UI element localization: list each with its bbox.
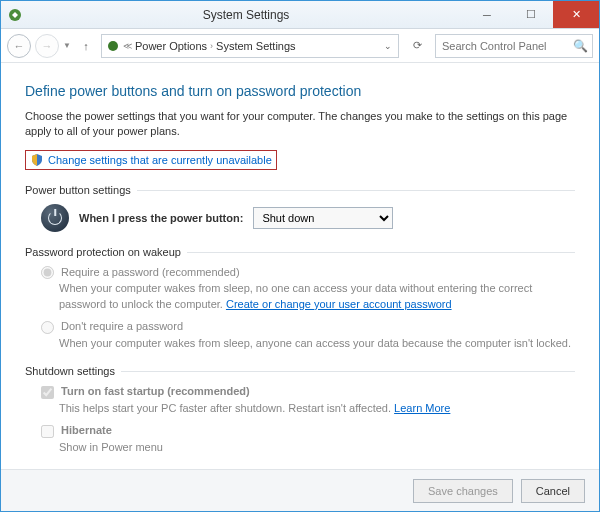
fast-startup-label: Turn on fast startup (recommended) — [61, 385, 250, 397]
fast-startup-checkbox — [41, 386, 54, 399]
require-password-desc: When your computer wakes from sleep, no … — [59, 281, 575, 312]
chevron-icon: › — [210, 41, 213, 51]
footer: Save changes Cancel — [1, 469, 599, 511]
hibernate-checkbox — [41, 425, 54, 438]
refresh-button[interactable]: ⟳ — [405, 34, 429, 58]
fast-startup-desc: This helps start your PC faster after sh… — [59, 401, 575, 416]
change-settings-text: Change settings that are currently unava… — [48, 154, 272, 166]
power-icon — [41, 204, 69, 232]
cancel-button[interactable]: Cancel — [521, 479, 585, 503]
hibernate-desc: Show in Power menu — [59, 440, 575, 455]
up-button[interactable]: ↑ — [75, 35, 97, 57]
power-plan-icon — [106, 39, 120, 53]
breadcrumb-item[interactable]: System Settings — [216, 40, 295, 52]
no-password-option: Don't require a password When your compu… — [41, 320, 575, 351]
breadcrumb-dropdown[interactable]: ⌄ — [384, 41, 392, 51]
section-shutdown: Shutdown settings — [25, 365, 575, 377]
page-description: Choose the power settings that you want … — [25, 109, 575, 140]
breadcrumb[interactable]: ≪ Power Options › System Settings ⌄ — [101, 34, 399, 58]
power-button-label: When I press the power button: — [79, 212, 243, 224]
chevron-icon: ≪ — [123, 41, 132, 51]
maximize-button[interactable]: ☐ — [509, 1, 553, 28]
window-title: System Settings — [27, 8, 465, 22]
svg-point-1 — [108, 41, 118, 51]
content-area: Define power buttons and turn on passwor… — [1, 63, 599, 469]
search-wrapper: 🔍 — [435, 34, 593, 58]
learn-more-link[interactable]: Learn More — [394, 402, 450, 414]
window-controls: ─ ☐ ✕ — [465, 1, 599, 28]
change-settings-link[interactable]: Change settings that are currently unava… — [25, 150, 277, 170]
minimize-button[interactable]: ─ — [465, 1, 509, 28]
require-password-option: Require a password (recommended) When yo… — [41, 266, 575, 312]
require-password-label: Require a password (recommended) — [61, 266, 240, 278]
no-password-radio — [41, 321, 54, 334]
create-password-link[interactable]: Create or change your user account passw… — [226, 298, 452, 310]
no-password-label: Don't require a password — [61, 320, 183, 332]
navbar: ← → ▼ ↑ ≪ Power Options › System Setting… — [1, 29, 599, 63]
search-input[interactable] — [435, 34, 593, 58]
app-icon — [7, 7, 23, 23]
section-power-button: Power button settings — [25, 184, 575, 196]
back-button[interactable]: ← — [7, 34, 31, 58]
page-heading: Define power buttons and turn on passwor… — [25, 83, 575, 99]
section-password: Password protection on wakeup — [25, 246, 575, 258]
search-icon[interactable]: 🔍 — [573, 39, 588, 53]
close-button[interactable]: ✕ — [553, 1, 599, 28]
require-password-radio — [41, 266, 54, 279]
fast-startup-option: Turn on fast startup (recommended) This … — [41, 385, 575, 416]
hibernate-label: Hibernate — [61, 424, 112, 436]
power-button-select[interactable]: Shut down — [253, 207, 393, 229]
no-password-desc: When your computer wakes from sleep, any… — [59, 336, 575, 351]
shield-icon — [30, 153, 44, 167]
dropdown-arrow[interactable]: ▼ — [63, 41, 71, 50]
power-button-row: When I press the power button: Shut down — [41, 204, 575, 232]
hibernate-option: Hibernate Show in Power menu — [41, 424, 575, 455]
forward-button[interactable]: → — [35, 34, 59, 58]
breadcrumb-item[interactable]: Power Options — [135, 40, 207, 52]
save-button[interactable]: Save changes — [413, 479, 513, 503]
titlebar: System Settings ─ ☐ ✕ — [1, 1, 599, 29]
